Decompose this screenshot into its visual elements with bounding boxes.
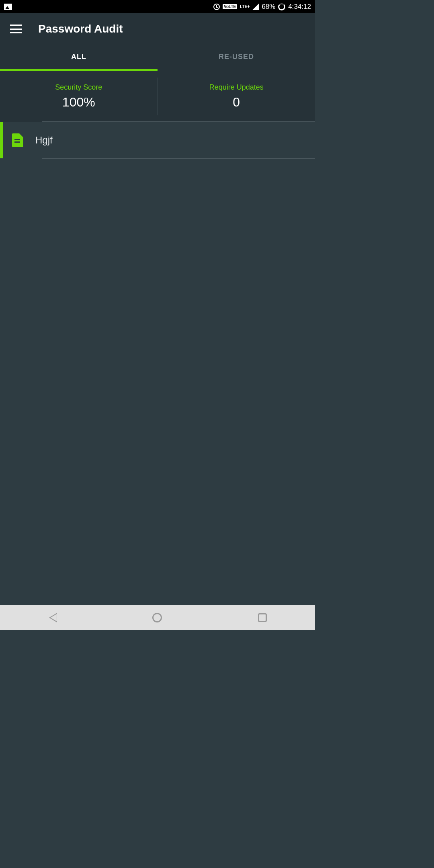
tab-all[interactable]: ALL <box>0 45 158 71</box>
require-updates-block: Require Updates 0 <box>158 83 315 110</box>
tab-reused[interactable]: RE-USED <box>158 45 315 71</box>
status-right-icons: VoLTE LTE+ 68% 4:34:12 <box>213 3 311 11</box>
signal-icon <box>252 4 259 10</box>
picture-icon <box>4 4 12 10</box>
list-item[interactable]: Hgjf <box>0 122 315 158</box>
app-bar: Password Audit <box>0 13 315 45</box>
nav-recent-button[interactable] <box>258 613 267 622</box>
status-time: 4:34:12 <box>288 3 311 11</box>
page-title: Password Audit <box>38 23 123 35</box>
status-left-icons <box>4 4 12 10</box>
security-score-label: Security Score <box>4 83 154 92</box>
nav-home-button[interactable] <box>152 613 162 622</box>
password-list: Hgjf <box>0 122 315 158</box>
security-score-block: Security Score 100% <box>0 83 158 110</box>
require-updates-value: 0 <box>162 95 311 110</box>
hamburger-menu-button[interactable] <box>10 25 22 33</box>
item-name: Hgjf <box>35 135 53 146</box>
lte-label: LTE+ <box>240 4 250 9</box>
nav-back-button[interactable] <box>48 613 56 622</box>
status-bar: VoLTE LTE+ 68% 4:34:12 <box>0 0 315 13</box>
selection-indicator <box>0 122 3 158</box>
battery-percent: 68% <box>262 3 275 11</box>
system-nav-bar <box>0 605 315 630</box>
require-updates-label: Require Updates <box>162 83 311 92</box>
item-divider <box>42 158 315 159</box>
stats-panel: Security Score 100% Require Updates 0 <box>0 71 315 122</box>
data-saver-icon <box>278 3 285 10</box>
volte-badge: VoLTE <box>223 4 237 9</box>
item-divider <box>42 121 315 122</box>
document-icon <box>12 133 23 147</box>
alarm-icon <box>213 4 220 10</box>
security-score-value: 100% <box>4 95 154 110</box>
tabs: ALL RE-USED <box>0 45 315 71</box>
